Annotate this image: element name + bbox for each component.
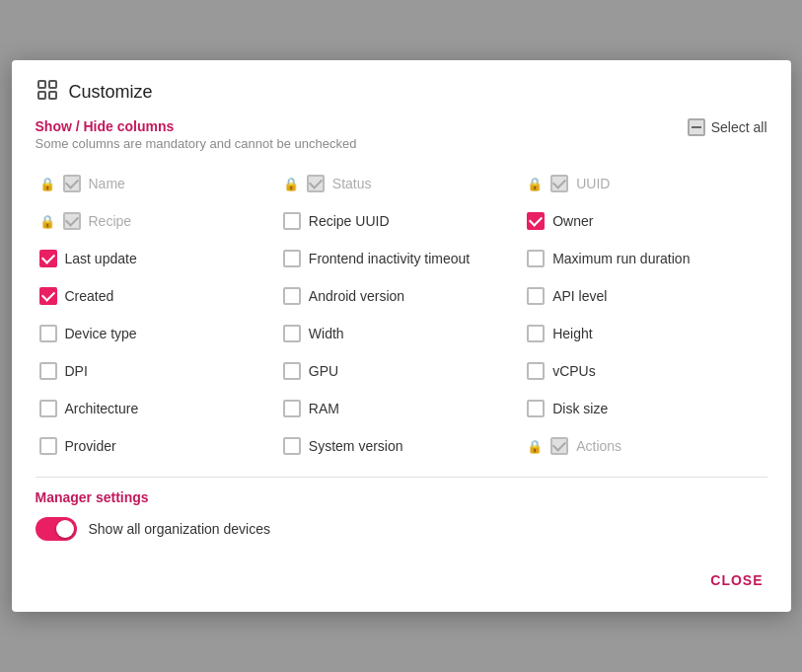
- col-item-system-version: System version: [279, 427, 523, 465]
- col-label-api-level: API level: [552, 288, 607, 304]
- checkbox-system-version[interactable]: [283, 437, 301, 455]
- modal-body: Show / Hide columns Some columns are man…: [12, 118, 791, 478]
- col-item-ram: RAM: [279, 390, 523, 427]
- checkbox-recipe[interactable]: [63, 212, 81, 230]
- manager-settings-section: Manager settings Show all organization d…: [12, 489, 791, 557]
- modal-header: Customize: [12, 60, 791, 118]
- col-label-status: Status: [332, 176, 372, 191]
- lock-icon-status: 🔒: [283, 177, 299, 191]
- col-item-owner: Owner: [523, 202, 766, 240]
- toggle-row: Show all organization devices: [36, 517, 767, 541]
- checkbox-vcpus[interactable]: [527, 362, 545, 380]
- toggle-track[interactable]: [36, 517, 77, 541]
- col-label-android-version: Android version: [309, 288, 404, 304]
- section-header-row: Show / Hide columns Some columns are man…: [36, 118, 767, 161]
- modal-title: Customize: [69, 82, 153, 103]
- svg-rect-1: [49, 81, 56, 88]
- col-item-width: Width: [279, 315, 523, 352]
- col-item-recipe-uuid: Recipe UUID: [279, 202, 523, 240]
- columns-grid: 🔒 Name 🔒 Status 🔒 UUID 🔒 Recipe: [36, 165, 767, 465]
- col-item-actions: 🔒 Actions: [523, 427, 766, 465]
- manager-settings-title: Manager settings: [36, 489, 767, 505]
- show-org-devices-toggle[interactable]: [36, 517, 77, 541]
- col-label-actions: Actions: [576, 438, 621, 454]
- col-label-dpi: DPI: [65, 363, 88, 379]
- col-label-height: Height: [552, 326, 592, 341]
- checkbox-frontend-inactivity[interactable]: [283, 250, 301, 267]
- checkbox-android-version[interactable]: [283, 287, 301, 305]
- checkbox-actions[interactable]: [550, 437, 568, 455]
- col-label-frontend-inactivity: Frontend inactivity timeout: [309, 251, 470, 266]
- col-label-recipe-uuid: Recipe UUID: [309, 213, 390, 229]
- lock-icon-uuid: 🔒: [527, 177, 543, 191]
- col-label-name: Name: [89, 176, 125, 191]
- lock-icon-actions: 🔒: [527, 439, 543, 454]
- col-label-uuid: UUID: [576, 176, 610, 191]
- col-label-disk-size: Disk size: [552, 401, 608, 416]
- checkbox-api-level[interactable]: [527, 287, 545, 305]
- checkbox-created[interactable]: [39, 287, 57, 305]
- col-label-width: Width: [309, 326, 344, 341]
- select-all-label: Select all: [711, 119, 767, 135]
- col-item-name: 🔒 Name: [36, 165, 279, 202]
- col-item-uuid: 🔒 UUID: [523, 165, 766, 202]
- checkbox-status[interactable]: [307, 175, 325, 192]
- col-item-max-run: Maximum run duration: [523, 240, 766, 277]
- col-label-owner: Owner: [552, 213, 593, 229]
- checkbox-ram[interactable]: [283, 400, 301, 417]
- col-item-api-level: API level: [523, 277, 766, 315]
- select-all-button[interactable]: Select all: [688, 118, 767, 136]
- svg-rect-0: [38, 81, 45, 88]
- col-label-ram: RAM: [309, 401, 339, 416]
- checkbox-name[interactable]: [63, 175, 81, 192]
- checkbox-recipe-uuid[interactable]: [283, 212, 301, 230]
- show-hide-section: Show / Hide columns Some columns are man…: [36, 118, 357, 161]
- col-item-created: Created: [36, 277, 279, 315]
- select-all-row: Select all: [688, 118, 767, 136]
- col-label-provider: Provider: [65, 438, 116, 454]
- checkbox-width[interactable]: [283, 325, 301, 342]
- col-label-last-update: Last update: [65, 251, 137, 266]
- select-all-icon: [688, 118, 705, 136]
- svg-rect-3: [49, 92, 56, 99]
- col-item-android-version: Android version: [279, 277, 523, 315]
- checkbox-provider[interactable]: [39, 437, 57, 455]
- col-item-height: Height: [523, 315, 766, 352]
- col-item-status: 🔒 Status: [279, 165, 523, 202]
- divider: [36, 477, 767, 478]
- checkbox-device-type[interactable]: [39, 325, 57, 342]
- col-label-architecture: Architecture: [65, 401, 139, 416]
- col-label-recipe: Recipe: [89, 213, 132, 229]
- checkbox-gpu[interactable]: [283, 362, 301, 380]
- col-item-vcpus: vCPUs: [523, 352, 766, 390]
- col-label-system-version: System version: [309, 438, 403, 454]
- col-item-dpi: DPI: [36, 352, 279, 390]
- col-label-created: Created: [65, 288, 114, 304]
- checkbox-last-update[interactable]: [39, 250, 57, 267]
- toggle-label: Show all organization devices: [89, 521, 270, 537]
- col-label-gpu: GPU: [309, 363, 338, 379]
- col-label-device-type: Device type: [65, 326, 137, 341]
- checkbox-max-run[interactable]: [527, 250, 545, 267]
- lock-icon-recipe: 🔒: [39, 214, 55, 229]
- col-item-last-update: Last update: [36, 240, 279, 277]
- col-item-recipe: 🔒 Recipe: [36, 202, 279, 240]
- col-item-device-type: Device type: [36, 315, 279, 352]
- checkbox-disk-size[interactable]: [527, 400, 545, 417]
- checkbox-uuid[interactable]: [550, 175, 568, 192]
- svg-rect-2: [38, 92, 45, 99]
- checkbox-height[interactable]: [527, 325, 545, 342]
- col-item-disk-size: Disk size: [523, 390, 766, 427]
- checkbox-architecture[interactable]: [39, 400, 57, 417]
- col-label-vcpus: vCPUs: [552, 363, 596, 379]
- col-item-provider: Provider: [36, 427, 279, 465]
- toggle-thumb: [56, 520, 74, 538]
- show-hide-subtitle: Some columns are mandatory and cannot be…: [36, 136, 357, 151]
- show-hide-title: Show / Hide columns: [36, 118, 357, 134]
- col-item-architecture: Architecture: [36, 390, 279, 427]
- checkbox-dpi[interactable]: [39, 362, 57, 380]
- close-button[interactable]: CLOSE: [706, 566, 766, 594]
- checkbox-owner[interactable]: [527, 212, 545, 230]
- customize-modal: Customize Show / Hide columns Some colum…: [12, 60, 791, 612]
- customize-table-icon: [36, 78, 59, 107]
